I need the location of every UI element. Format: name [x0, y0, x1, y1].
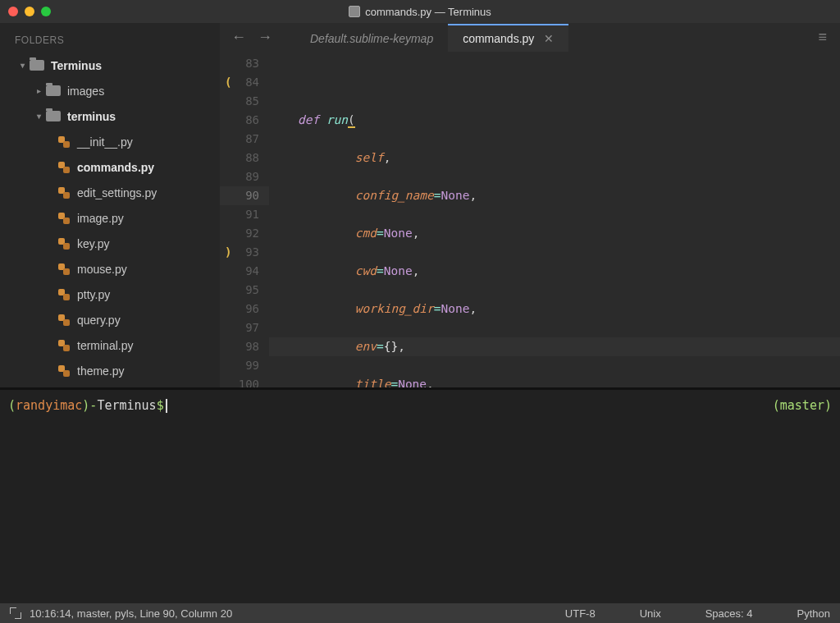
line-number: 92	[220, 224, 269, 243]
line-number: 97	[220, 318, 269, 337]
folder-label: terminus	[67, 110, 116, 123]
line-number: 96	[220, 300, 269, 318]
line-number: (84	[220, 73, 269, 92]
folder-label: images	[67, 85, 104, 98]
file-label: ptty.py	[77, 288, 110, 301]
tab-default-keymap[interactable]: Default.sublime-keymap	[295, 24, 448, 52]
line-number: 94	[220, 262, 269, 281]
fold-open-icon: (	[225, 73, 231, 92]
fold-close-icon: )	[225, 243, 231, 262]
folder-icon	[46, 85, 61, 96]
python-icon	[57, 161, 71, 174]
expand-icon[interactable]	[10, 607, 21, 619]
file-icon	[349, 6, 360, 17]
close-window-button[interactable]	[8, 7, 18, 16]
gutter: 83 (84 85 86 87 88 89 90 91 92 )93 94 95…	[220, 53, 269, 387]
close-icon[interactable]: ✕	[544, 32, 554, 45]
code-body[interactable]: def run( self, config_name=None, cmd=Non…	[269, 53, 840, 387]
cursor	[166, 399, 167, 413]
nav-back-button[interactable]: ←	[231, 29, 246, 46]
python-icon	[57, 364, 71, 378]
file-label: commands.py	[77, 161, 154, 174]
file-label: query.py	[77, 314, 121, 327]
status-syntax[interactable]: Python	[797, 607, 830, 620]
python-icon	[57, 288, 71, 301]
chevron-right-icon: ▸	[34, 86, 43, 95]
file-label: theme.py	[77, 364, 125, 378]
tab-label: Default.sublime-keymap	[310, 32, 433, 45]
file-label: __init__.py	[77, 135, 133, 149]
code-editor[interactable]: 83 (84 85 86 87 88 89 90 91 92 )93 94 95…	[220, 53, 840, 387]
file-key[interactable]: key.py	[0, 231, 220, 256]
file-ptty[interactable]: ptty.py	[0, 282, 220, 307]
status-bar: 10:16:14, master, pyls, Line 90, Column …	[0, 603, 840, 623]
python-icon	[57, 186, 71, 199]
terminal-panel[interactable]: (randyimac)-Terminus$ (master)	[0, 387, 840, 603]
tab-bar: ← → Default.sublime-keymap commands.py ✕…	[220, 23, 840, 53]
folder-label: Terminus	[51, 59, 102, 72]
line-number: 88	[220, 149, 269, 167]
file-image[interactable]: image.py	[0, 205, 220, 231]
window-title: commands.py — Terminus	[365, 6, 491, 18]
editor-area: ← → Default.sublime-keymap commands.py ✕…	[220, 23, 840, 387]
line-number: 83	[220, 54, 269, 73]
minimize-window-button[interactable]	[25, 7, 34, 16]
line-number: )93	[220, 243, 269, 262]
line-number: 95	[220, 281, 269, 300]
python-icon	[57, 314, 71, 327]
titlebar: commands.py — Terminus	[0, 0, 840, 23]
file-terminal[interactable]: terminal.py	[0, 332, 220, 358]
chevron-down-icon: ▾	[34, 112, 43, 121]
status-left-text: 10:16:14, master, pyls, Line 90, Column …	[30, 607, 232, 620]
file-label: key.py	[77, 237, 109, 250]
file-commands[interactable]: commands.py	[0, 154, 220, 180]
line-number: 89	[220, 167, 269, 186]
status-encoding[interactable]: UTF-8	[565, 607, 596, 620]
file-label: edit_settings.py	[77, 186, 157, 199]
file-label: terminal.py	[77, 339, 133, 352]
window-controls	[8, 7, 51, 16]
folder-root[interactable]: ▾ Terminus	[0, 53, 220, 78]
python-icon	[57, 237, 71, 250]
line-number: 99	[220, 356, 269, 375]
python-icon	[57, 339, 71, 352]
file-label: mouse.py	[77, 263, 127, 276]
line-number: 86	[220, 111, 269, 130]
line-number: 98	[220, 337, 269, 356]
terminal-path: Terminus	[97, 398, 156, 413]
file-query[interactable]: query.py	[0, 307, 220, 332]
file-init[interactable]: __init__.py	[0, 129, 220, 154]
folder-images[interactable]: ▸ images	[0, 78, 220, 103]
tab-commands-py[interactable]: commands.py ✕	[448, 24, 568, 52]
file-theme[interactable]: theme.py	[0, 358, 220, 383]
menu-icon[interactable]: ≡	[818, 29, 827, 46]
folder-terminus[interactable]: ▾ terminus	[0, 103, 220, 129]
line-number: 91	[220, 205, 269, 224]
line-number: 85	[220, 92, 269, 111]
tab-label: commands.py	[463, 32, 534, 45]
file-label: image.py	[77, 212, 124, 225]
python-icon	[57, 135, 71, 149]
status-lineending[interactable]: Unix	[640, 607, 661, 620]
folder-icon	[46, 111, 61, 121]
chevron-down-icon: ▾	[18, 61, 26, 70]
folders-heading: FOLDERS	[0, 28, 220, 53]
python-icon	[57, 212, 71, 225]
file-mouse[interactable]: mouse.py	[0, 256, 220, 282]
terminal-host: randyimac	[16, 398, 82, 413]
nav-forward-button[interactable]: →	[258, 29, 272, 46]
line-number: 87	[220, 130, 269, 149]
status-indent[interactable]: Spaces: 4	[705, 607, 753, 620]
line-number: 100	[220, 375, 269, 387]
python-icon	[57, 263, 71, 276]
sidebar: FOLDERS ▾ Terminus ▸ images ▾ terminus	[0, 23, 220, 387]
file-edit-settings[interactable]: edit_settings.py	[0, 180, 220, 205]
zoom-window-button[interactable]	[41, 7, 51, 16]
folder-icon	[30, 60, 44, 71]
terminal-branch: (master)	[773, 396, 832, 415]
line-number: 90	[220, 186, 269, 205]
